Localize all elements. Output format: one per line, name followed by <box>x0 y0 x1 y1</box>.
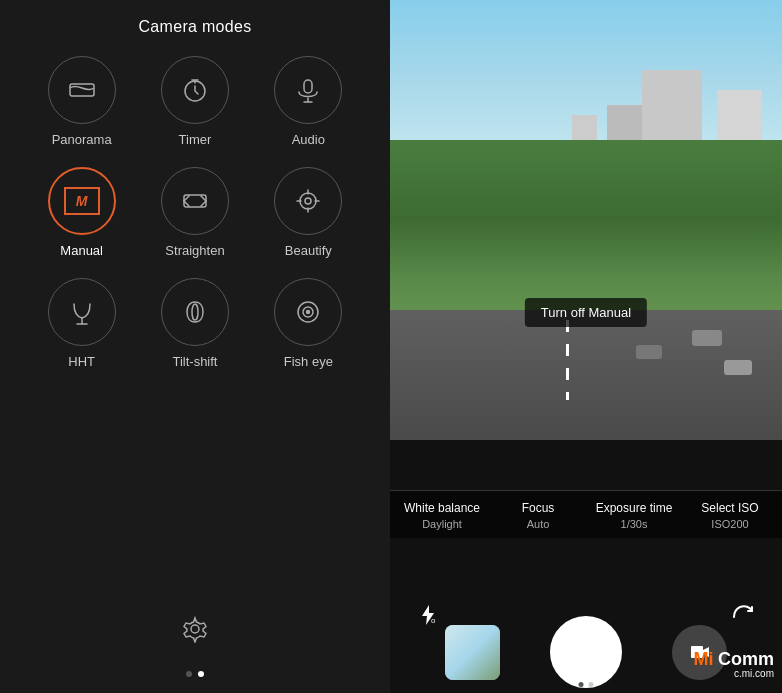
watermark-brand-mi: Mi <box>694 649 714 669</box>
fisheye-label: Fish eye <box>284 354 333 369</box>
mode-tiltshift[interactable]: Tilt-shift <box>143 278 246 369</box>
timer-circle <box>161 56 229 124</box>
dot-0[interactable] <box>186 671 192 677</box>
audio-label: Audio <box>292 132 325 147</box>
white-balance-control[interactable]: White balance Daylight <box>394 501 490 530</box>
svg-point-20 <box>191 625 199 633</box>
car-2 <box>724 360 752 375</box>
panorama-circle <box>48 56 116 124</box>
straighten-icon <box>179 185 211 217</box>
svg-point-19 <box>307 311 310 314</box>
settings-row <box>0 607 390 651</box>
gear-icon <box>181 615 209 643</box>
beautify-icon <box>292 185 324 217</box>
watermark-url: c.mi.com <box>694 668 774 679</box>
exposure-time-label: Exposure time <box>596 501 673 515</box>
panorama-label: Panorama <box>52 132 112 147</box>
hht-icon <box>66 296 98 328</box>
camera-view: Turn off Manual White balance Daylight F… <box>390 0 782 693</box>
shutter-button[interactable] <box>550 616 622 688</box>
page-dots <box>186 671 204 677</box>
tiltshift-label: Tilt-shift <box>172 354 217 369</box>
iso-control[interactable]: Select ISO ISO200 <box>682 501 778 530</box>
mode-beautify[interactable]: Beautify <box>257 167 360 258</box>
straighten-circle <box>161 167 229 235</box>
timer-label: Timer <box>179 132 212 147</box>
mode-manual[interactable]: M Manual <box>30 167 133 258</box>
settings-button[interactable] <box>173 607 217 651</box>
mode-panorama[interactable]: Panorama <box>30 56 133 147</box>
white-balance-value: Daylight <box>422 518 462 530</box>
manual-icon: M <box>64 187 100 215</box>
thumbnail-preview <box>445 625 500 680</box>
camera-modes-panel: Camera modes Panorama Timer <box>0 0 390 693</box>
mode-hht[interactable]: HHT <box>30 278 133 369</box>
gallery-thumbnail[interactable] <box>445 625 500 680</box>
svg-point-10 <box>300 193 316 209</box>
modes-grid: Panorama Timer <box>0 56 390 369</box>
mode-straighten[interactable]: Straighten <box>143 167 246 258</box>
mode-fisheye[interactable]: Fish eye <box>257 278 360 369</box>
panorama-icon <box>66 74 98 106</box>
audio-icon <box>292 74 324 106</box>
iso-label: Select ISO <box>701 501 758 515</box>
camera-view-panel: Turn off Manual White balance Daylight F… <box>390 0 782 693</box>
audio-circle <box>274 56 342 124</box>
manual-controls-bar: White balance Daylight Focus Auto Exposu… <box>390 490 782 538</box>
turn-off-manual-toast[interactable]: Turn off Manual <box>525 298 647 327</box>
car-1 <box>692 330 722 346</box>
right-dot-0[interactable] <box>579 682 584 687</box>
svg-point-11 <box>305 198 311 204</box>
dot-1[interactable] <box>198 671 204 677</box>
focus-value: Auto <box>527 518 550 530</box>
white-balance-label: White balance <box>404 501 480 515</box>
tiltshift-icon <box>179 296 211 328</box>
straighten-label: Straighten <box>165 243 224 258</box>
tiltshift-circle <box>161 278 229 346</box>
exposure-time-control[interactable]: Exposure time 1/30s <box>586 501 682 530</box>
road <box>390 310 782 440</box>
timer-icon <box>179 74 211 106</box>
fisheye-icon <box>292 296 324 328</box>
manual-circle: M <box>48 167 116 235</box>
iso-value: ISO200 <box>711 518 748 530</box>
mode-timer[interactable]: Timer <box>143 56 246 147</box>
beautify-circle <box>274 167 342 235</box>
exposure-time-value: 1/30s <box>621 518 648 530</box>
road-lines <box>566 320 569 400</box>
beautify-label: Beautify <box>285 243 332 258</box>
svg-point-16 <box>192 304 198 320</box>
car-3 <box>636 345 662 359</box>
mode-audio[interactable]: Audio <box>257 56 360 147</box>
right-dot-1[interactable] <box>589 682 594 687</box>
hht-circle <box>48 278 116 346</box>
svg-rect-2 <box>304 80 312 93</box>
mi-watermark: Mi Comm c.mi.com <box>694 649 774 679</box>
focus-control[interactable]: Focus Auto <box>490 501 586 530</box>
watermark-brand-comm: Comm <box>718 649 774 669</box>
shutter-inner <box>555 621 617 683</box>
right-page-dots <box>579 682 594 687</box>
focus-label: Focus <box>522 501 555 515</box>
hht-label: HHT <box>68 354 95 369</box>
manual-label: Manual <box>60 243 103 258</box>
camera-modes-title: Camera modes <box>139 18 252 36</box>
fisheye-circle <box>274 278 342 346</box>
